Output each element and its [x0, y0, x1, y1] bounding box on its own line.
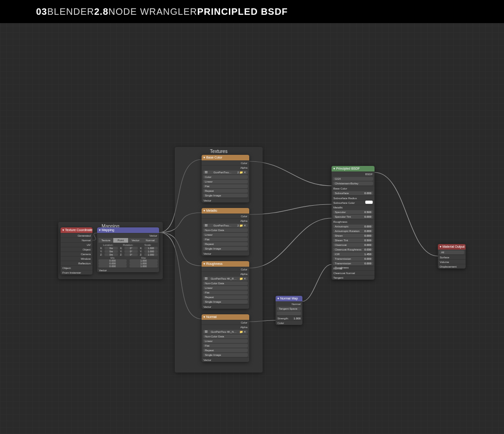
out-object[interactable]: Object	[61, 247, 92, 251]
ext[interactable]: Repeat	[203, 242, 248, 246]
out-color[interactable]: Color	[202, 160, 249, 165]
proj[interactable]: Flat	[203, 290, 248, 294]
object-picker[interactable]: Object:	[61, 265, 92, 270]
bsdf-normal[interactable]: Normal	[332, 266, 375, 270]
node-tex-roughness[interactable]: ▾ Roughness Color Alpha 🖼GunPartTwo 4K_R…	[202, 261, 249, 309]
loc-z[interactable]: 0m	[104, 253, 118, 256]
node-header[interactable]: ▾ Texture Coordinate	[61, 227, 92, 233]
bsdf-transmission-roughness[interactable]: Transmission Roughness0.000	[333, 261, 373, 265]
in-color[interactable]: Color	[276, 320, 302, 325]
distribution[interactable]: GGX	[333, 177, 373, 181]
node-header[interactable]: ▾ Material Output	[438, 244, 466, 250]
rot-y[interactable]: 0°	[124, 250, 138, 253]
in-vector[interactable]: Vector	[202, 198, 249, 202]
out-vector[interactable]: Vector	[97, 233, 159, 238]
bsdf-specular-tint[interactable]: Specular Tint0.000	[333, 214, 373, 219]
bsdf-tangent[interactable]: Tangent	[332, 275, 375, 280]
interp[interactable]: Linear	[203, 232, 248, 237]
bsdf-subsurface-color[interactable]: Subsurface Color	[332, 200, 375, 205]
bsdf-transmission[interactable]: Transmission0.000	[333, 257, 373, 261]
tab-vector[interactable]: Vector	[128, 238, 143, 243]
node-normal-map[interactable]: ▾ Normal Map Normal Tangent Space Streng…	[276, 296, 302, 325]
colorspace[interactable]: Non-Color Data	[203, 281, 248, 285]
scl-x[interactable]: 1.000	[144, 247, 158, 250]
bsdf-sheen[interactable]: Sheen0.000	[333, 233, 373, 238]
rot-x[interactable]: 0°	[124, 247, 138, 250]
node-tex-basecolor[interactable]: ▾ Base Color Color Alpha 🖼GunPartTwo…2 📁…	[202, 155, 249, 202]
out-alpha[interactable]: Alpha	[202, 271, 249, 276]
colorspace[interactable]: Non-Color Data	[203, 334, 248, 338]
src[interactable]: Single Image	[203, 193, 248, 197]
min-z[interactable]: 0.000	[98, 265, 127, 268]
out-color[interactable]: Color	[202, 320, 249, 324]
node-header[interactable]: ▾ Roughness	[202, 261, 249, 267]
interp[interactable]: Linear	[203, 286, 248, 290]
bsdf-subsurface[interactable]: Subsurface0.000	[333, 191, 373, 195]
out-normal[interactable]: Normal	[61, 238, 92, 242]
proj[interactable]: Flat	[203, 237, 248, 241]
bsdf-base-color[interactable]: Base Color	[332, 186, 375, 190]
ext[interactable]: Repeat	[203, 189, 248, 193]
in-volume[interactable]: Volume	[438, 259, 466, 264]
tab-normal[interactable]: Normal	[143, 238, 158, 243]
interp[interactable]: Linear	[203, 339, 248, 343]
bsdf-sheen-tint[interactable]: Sheen Tint0.500	[333, 238, 373, 242]
out-reflection[interactable]: Reflection	[61, 261, 92, 265]
image-picker[interactable]: 🖼GunPartTwo 4K_N…📁 ✕	[203, 330, 248, 334]
image-picker[interactable]: 🖼GunPartTwo…2 📁 ✕	[203, 170, 248, 174]
sss-method[interactable]: Christensen-Burley	[333, 181, 373, 185]
ext[interactable]: Repeat	[203, 348, 248, 352]
image-picker[interactable]: 🖼GunPartTwo…2 📁 ✕	[203, 223, 248, 227]
proj[interactable]: Flat	[203, 184, 248, 188]
node-header[interactable]: ▾ Mapping	[97, 227, 159, 233]
loc-y[interactable]: 0m	[104, 250, 118, 253]
bsdf-specular[interactable]: Specular0.500	[333, 210, 373, 214]
in-vector[interactable]: Vector	[97, 268, 159, 272]
mapping-type-tabs[interactable]: Texture Point Vector Normal	[98, 238, 158, 243]
scl-y[interactable]: 1.000	[144, 250, 158, 253]
bsdf-subsurface-radius[interactable]: Subsurface Radius	[332, 196, 375, 200]
out-camera[interactable]: Camera	[61, 251, 92, 256]
node-header[interactable]: ▾ Base Color	[202, 155, 249, 160]
src[interactable]: Single Image	[203, 353, 248, 357]
space[interactable]: Tangent Space	[277, 306, 301, 311]
src[interactable]: Single Image	[203, 246, 248, 251]
bsdf-metallic[interactable]: Metallic	[332, 205, 375, 209]
node-mapping[interactable]: ▾ Mapping Vector Texture Point Vector No…	[97, 227, 159, 272]
in-vector[interactable]: Vector	[202, 304, 249, 309]
target[interactable]: All	[439, 250, 464, 254]
node-header[interactable]: ▾ Normal	[202, 314, 249, 320]
node-tex-metallic[interactable]: ▾ Metallic Color Alpha 🖼GunPartTwo…2 📁 ✕…	[202, 208, 249, 256]
out-alpha[interactable]: Alpha	[202, 324, 249, 329]
strength[interactable]: Strength:1.000	[276, 316, 302, 320]
bsdf-roughness[interactable]: Roughness	[332, 219, 375, 224]
node-editor-canvas[interactable]: Mapping Textures ▾ Texture Coordinate Ge…	[0, 0, 504, 434]
in-vector[interactable]: Vector	[202, 251, 249, 256]
loc-x[interactable]: 0m	[104, 247, 118, 250]
proj[interactable]: Flat	[203, 343, 248, 348]
node-material-output[interactable]: ▾ Material Output All Surface Volume Dis…	[438, 244, 466, 269]
node-principled-bsdf[interactable]: ▾ Principled BSDF BSDF GGX Christensen-B…	[332, 166, 375, 280]
tab-texture[interactable]: Texture	[98, 238, 113, 243]
colorspace[interactable]: Non-Color Data	[203, 228, 248, 232]
node-header[interactable]: ▾ Normal Map	[276, 296, 302, 301]
out-window[interactable]: Window	[61, 256, 92, 261]
node-header[interactable]: ▾ Principled BSDF	[332, 166, 375, 171]
out-alpha[interactable]: Alpha	[202, 165, 249, 170]
out-bsdf[interactable]: BSDF	[332, 171, 375, 176]
in-vector[interactable]: Vector	[202, 357, 249, 362]
node-header[interactable]: ▾ Metallic	[202, 208, 249, 214]
in-surface[interactable]: Surface	[438, 255, 466, 259]
bsdf-anisotropic[interactable]: Anisotropic0.000	[333, 224, 373, 228]
uvmap[interactable]	[277, 311, 301, 315]
bsdf-clearcoat-normal[interactable]: Clearcoat Normal	[332, 270, 375, 275]
in-displacement[interactable]: Displacement	[438, 264, 466, 269]
image-picker[interactable]: 🖼GunPartTwo 4K_R…📁 ✕	[203, 276, 248, 281]
rot-z[interactable]: 0°	[124, 253, 138, 256]
out-normal[interactable]: Normal	[276, 301, 302, 306]
bsdf-clearcoat-roughness[interactable]: Clearcoat Roughness0.030	[333, 247, 373, 251]
check-from-instancer[interactable]: From Instancer	[61, 270, 92, 275]
bsdf-clearcoat[interactable]: Clearcoat0.000	[333, 243, 373, 247]
node-texture-coordinate[interactable]: ▾ Texture Coordinate Generated Normal UV…	[61, 227, 92, 275]
out-alpha[interactable]: Alpha	[202, 218, 249, 223]
